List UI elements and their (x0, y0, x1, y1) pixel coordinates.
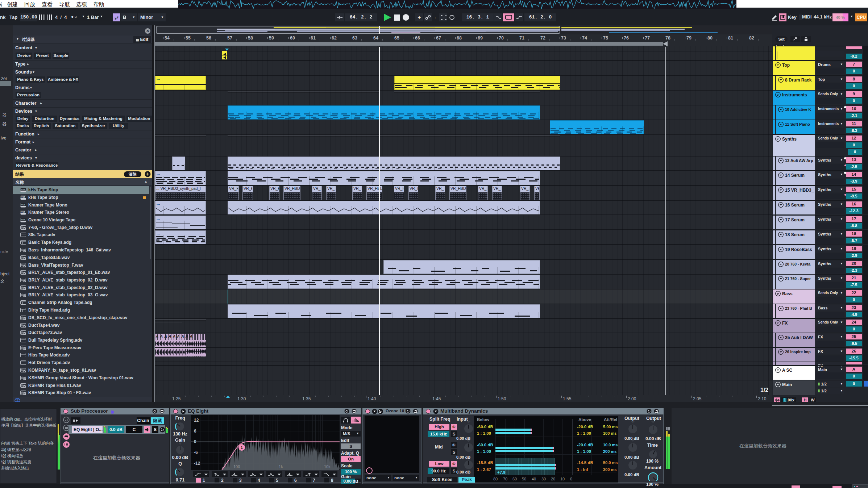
svg-text:VST: VST (21, 204, 25, 206)
svg-text:VST: VST (21, 211, 25, 213)
svg-text:VST: VST (21, 196, 25, 198)
svg-text:6: 6 (194, 429, 196, 434)
svg-text:0.71: 0.71 (176, 477, 184, 483)
svg-text:0.00 dB: 0.00 dB (172, 455, 188, 460)
svg-text:Freq: Freq (175, 416, 185, 421)
svg-text:Q: Q (178, 461, 182, 466)
svg-text:1k: 1k (279, 464, 283, 469)
svg-text:1: 1 (241, 446, 243, 450)
svg-text:-6: -6 (194, 450, 198, 455)
svg-text:VST: VST (21, 218, 25, 221)
svg-text:Gain: Gain (175, 438, 185, 443)
svg-text:12: 12 (194, 418, 199, 423)
svg-text:10k: 10k (324, 464, 331, 469)
svg-text:100: 100 (233, 464, 240, 469)
svg-text:-12: -12 (194, 461, 200, 466)
svg-text:VST: VST (21, 188, 25, 191)
svg-text:130 Hz: 130 Hz (173, 431, 187, 437)
svg-text:0: 0 (194, 439, 196, 444)
